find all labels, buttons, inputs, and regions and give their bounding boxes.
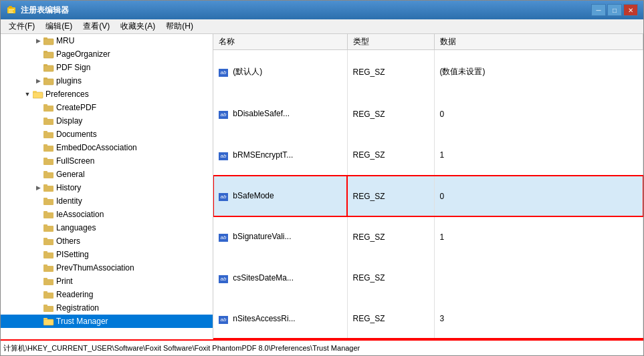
col-header-data[interactable]: 数据 [434,34,643,50]
menu-file[interactable]: 文件(F) [3,19,40,33]
cell-name-brmsenct: ab bRMSEncryptT... [213,135,347,176]
cell-data-brmsenct: 1 [434,135,643,176]
tree-node-identity[interactable]: Identity [1,194,213,208]
folder-icon-createpdf [43,102,54,113]
expander-history[interactable]: ▶ [33,182,43,193]
svg-rect-8 [43,52,53,58]
folder-icon-pisetting [43,249,54,260]
expander-plugins[interactable]: ▶ [33,75,43,86]
main-window: 注册表编辑器 ─ □ ✕ 文件(F) 编辑(E) 查看(V) 收藏夹(A) 帮助… [0,0,644,356]
svg-rect-9 [43,51,47,53]
menu-view[interactable]: 查看(V) [78,19,115,33]
tree-pane[interactable]: ▶ MRU [1,34,213,339]
tree-node-general[interactable]: General [1,168,213,181]
expander-pdfsign [33,62,43,73]
tree-node-languages[interactable]: Languages [1,221,213,234]
folder-icon-others [43,236,54,246]
menu-help[interactable]: 帮助(H) [160,19,199,33]
svg-rect-22 [43,119,53,125]
cell-name-nsitesaccess: ab nSitesAccessRi... [213,299,347,339]
folder-icon-preferences [33,89,43,100]
tree-node-print[interactable]: Print [1,275,213,288]
expander-preferences[interactable]: ▼ [22,89,33,100]
tree-node-others[interactable]: Others [1,234,213,248]
node-label-mru: MRU [56,36,74,45]
table-row-bsafemode[interactable]: ab bSafeMode REG_SZ 0 [213,176,643,216]
table-row[interactable]: ab (默认人) REG_SZ (数值未设置) [213,50,643,94]
tree-node-readering[interactable]: Readering [1,288,213,301]
window-title: 注册表编辑器 [21,5,69,16]
tree-node-ieassociation[interactable]: IeAssociation [1,208,213,221]
folder-icon-trustmanager [43,316,54,327]
type-icon: ab [219,316,228,324]
svg-rect-46 [43,279,53,285]
svg-rect-11 [43,65,53,71]
svg-rect-43 [43,251,47,253]
col-header-name[interactable]: 名称 [213,34,347,50]
cell-name-default: ab (默认人) [213,50,347,94]
tree-node-pageorganizer[interactable]: PageOrganizer [1,47,213,61]
svg-rect-27 [43,144,47,146]
tree-node-display[interactable]: Display [1,114,213,128]
tree-node-fullscreen[interactable]: FullScreen [1,154,213,168]
content-area: ▶ MRU [1,34,643,339]
menu-favorites[interactable]: 收藏夹(A) [115,19,160,33]
table-row[interactable]: ab bSignatureVali... REG_SZ 1 [213,216,643,257]
svg-rect-21 [43,104,47,106]
app-icon [6,5,17,15]
cell-type-nsitesaccess: REG_SZ [347,299,434,339]
tree-node-history[interactable]: ▶ History [1,181,213,194]
menu-edit[interactable]: 编辑(E) [40,19,78,33]
title-bar-left: 注册表编辑器 [6,5,69,16]
tree-node-documents[interactable]: Documents [1,128,213,141]
folder-icon-readering [43,289,54,300]
tree-node-prevthumassociation[interactable]: PrevThumAssociation [1,261,213,275]
tree-node-pisetting[interactable]: PISetting [1,248,213,261]
svg-rect-18 [33,91,37,93]
folder-icon-display [43,116,54,126]
svg-rect-41 [43,238,47,240]
node-label-ieassociation: IeAssociation [56,210,104,219]
svg-rect-23 [43,118,47,120]
tree-node-preferences[interactable]: ▼ Preferences [1,87,213,101]
cell-type-cssitesdate: REG_SZ [347,257,434,298]
tree-node-registration[interactable]: Registration [1,301,213,315]
node-label-fullscreen: FullScreen [56,156,94,166]
node-label-plugins: plugins [56,76,82,85]
table-row[interactable]: ab bRMSEncryptT... REG_SZ 1 [213,135,643,176]
node-label-prevthum: PrevThumAssociation [56,263,134,273]
tree-node-mru[interactable]: ▶ MRU [1,34,213,47]
expander-mru[interactable]: ▶ [33,35,43,46]
folder-icon-prevthum [43,262,54,273]
svg-rect-39 [43,224,47,226]
svg-rect-31 [43,171,47,173]
table-row[interactable]: ab bDisableSafef... REG_SZ 0 [213,94,643,134]
table-row[interactable]: ab nSitesAccessRi... REG_SZ 3 [213,299,643,339]
svg-rect-53 [43,318,47,320]
col-header-type[interactable]: 类型 [347,34,434,50]
tree-node-trustmanager[interactable]: Trust Manager [1,315,213,328]
svg-rect-48 [43,293,53,299]
tree-node-plugins[interactable]: ▶ plugins [1,74,213,87]
expander-createpdf [33,102,43,113]
tree-node-createpdf[interactable]: CreatePDF [1,101,213,114]
node-label-general: General [56,170,85,179]
svg-rect-36 [43,212,53,218]
folder-icon-general [43,169,54,180]
cell-type-bdisablesafef: REG_SZ [347,94,434,134]
close-button[interactable]: ✕ [623,4,638,16]
table-row[interactable]: ab csSitesDateMa... REG_SZ [213,257,643,298]
registry-table: 名称 类型 数据 ab (默认人) REG_SZ (数值未设置) [213,34,643,339]
folder-icon-print [43,276,54,287]
minimize-button[interactable]: ─ [591,4,606,16]
maximize-button[interactable]: □ [607,4,622,16]
type-icon: ab [219,111,228,119]
folder-icon-pdfsign [43,62,54,73]
svg-rect-26 [43,146,53,152]
tree-node-embeddocassociation[interactable]: EmbedDocAssociation [1,141,213,154]
cell-data-bdisablesafef: 0 [434,94,643,134]
tree-node-pdfsign[interactable]: PDF Sign [1,61,213,74]
svg-rect-29 [43,158,47,160]
svg-rect-37 [43,211,47,213]
status-bar: 计算机\HKEY_CURRENT_USER\Software\Foxit Sof… [1,339,643,355]
